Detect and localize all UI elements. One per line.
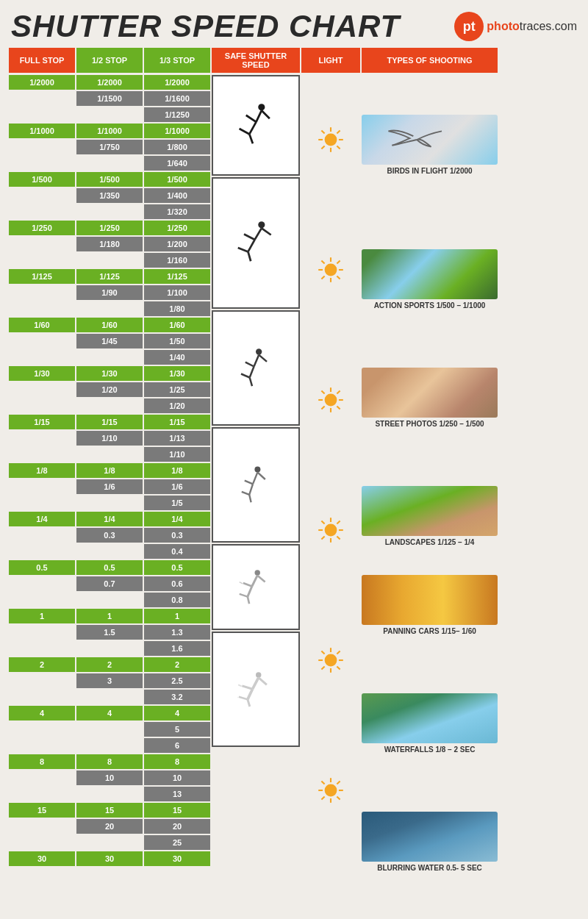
svg-line-35 <box>257 575 265 582</box>
speed-cell: 1/180 <box>76 237 143 251</box>
speed-cell: 1/25 <box>144 382 210 397</box>
speed-cell: 1/80 <box>144 301 210 316</box>
col-header-types: TYPES OF SHOOTING <box>362 48 498 73</box>
speed-cell: 3 <box>76 673 143 688</box>
speed-cell-empty <box>76 496 143 510</box>
speed-cell: 1/125 <box>9 269 75 284</box>
speed-cell: 1/250 <box>76 221 143 235</box>
svg-point-90 <box>325 784 337 796</box>
speed-cell: 1/125 <box>144 269 210 284</box>
speed-cell: 1 <box>144 609 210 623</box>
svg-line-29 <box>252 575 257 586</box>
svg-line-19 <box>250 377 252 386</box>
speed-cell-empty <box>9 528 75 543</box>
speed-cell-empty <box>9 787 75 801</box>
svg-line-95 <box>321 781 324 784</box>
speed-cell: 15 <box>76 803 143 818</box>
speed-cell: 10 <box>76 770 143 785</box>
col-header-third-stop: 1/3 STOP <box>144 48 210 73</box>
speed-cell-empty <box>9 156 75 171</box>
svg-line-38 <box>242 685 252 688</box>
speed-cell: 30 <box>76 851 143 866</box>
speed-cell: 1.6 <box>144 641 210 656</box>
photo-blurwater-label: BLURRING WATER 0.5- 5 sec <box>377 864 482 873</box>
safe-box-blurwater <box>212 632 300 747</box>
speed-cell: 1.3 <box>144 625 210 640</box>
speed-cell-empty <box>9 431 75 446</box>
speed-cell: 1/250 <box>144 221 210 235</box>
speed-cell-empty <box>76 835 143 850</box>
speed-cell: 3.2 <box>144 690 210 704</box>
svg-point-81 <box>325 654 337 666</box>
speed-cell-empty <box>9 641 75 656</box>
svg-line-80 <box>321 536 324 539</box>
speed-cell: 1/2000 <box>76 75 143 90</box>
speed-cell: 1/320 <box>144 204 210 219</box>
svg-line-8 <box>254 228 261 240</box>
speed-cell: 1/60 <box>144 318 210 332</box>
sun-icon-1 <box>315 124 346 155</box>
photo-street: STREET PHOTOS 1/250 – 1/500 <box>362 313 498 429</box>
speed-cell-empty <box>9 382 75 397</box>
speed-cell-empty <box>9 625 75 640</box>
svg-point-0 <box>258 104 265 110</box>
svg-point-28 <box>255 570 260 575</box>
speed-cell-empty <box>76 447 143 462</box>
speed-cell: 1/160 <box>144 253 210 268</box>
svg-line-15 <box>254 354 259 366</box>
half-stop-column: 1/2000 1/1500 1/1000 1/750 1/500 1/350 1… <box>76 75 143 919</box>
logo: pt phototraces.com <box>454 12 577 41</box>
svg-line-17 <box>250 366 254 377</box>
speed-cell: 1/20 <box>76 382 143 397</box>
speed-cell: 4 <box>9 706 75 720</box>
speed-cell-empty <box>9 479 75 494</box>
svg-point-7 <box>258 221 265 228</box>
speed-cell: 0.5 <box>9 560 75 575</box>
svg-line-70 <box>337 390 340 393</box>
speed-cell: 1/350 <box>76 188 143 203</box>
speed-cell: 4 <box>76 706 143 720</box>
speed-cell: 1/4 <box>9 512 75 526</box>
svg-line-26 <box>249 494 251 501</box>
logo-text: phototraces.com <box>487 20 577 33</box>
speed-cell: 1/50 <box>144 334 210 348</box>
photo-panning: PANNING CARS 1/15– 1/60 <box>362 550 498 636</box>
photo-blurwater: BLURRING WATER 0.5- 5 sec <box>362 757 498 873</box>
svg-line-61 <box>337 260 340 263</box>
photo-birds-img <box>362 115 498 165</box>
svg-line-71 <box>321 406 324 409</box>
speed-cell: 20 <box>76 819 143 834</box>
photo-birds-label: BIRDS IN FLIGHT 1/2000 <box>387 167 472 176</box>
speed-cell-empty <box>9 301 75 316</box>
speed-cell-empty <box>9 690 75 704</box>
svg-line-20 <box>259 354 267 361</box>
svg-line-5 <box>249 134 253 143</box>
svg-line-78 <box>337 536 340 539</box>
sun-icon-4 <box>315 515 346 546</box>
speed-cell-empty <box>9 673 75 688</box>
svg-line-69 <box>337 406 340 409</box>
speed-cell-empty <box>76 156 143 171</box>
light-column <box>301 75 360 919</box>
svg-line-51 <box>337 146 340 149</box>
photo-fireworks: FIREWORKS 2-4 sec <box>362 876 498 919</box>
speed-cell-empty <box>76 204 143 219</box>
svg-line-39 <box>238 684 241 686</box>
svg-line-53 <box>321 146 324 149</box>
speed-cell: 2.5 <box>144 673 210 688</box>
safe-box-birds <box>212 75 300 176</box>
svg-line-22 <box>253 472 257 484</box>
svg-line-25 <box>242 491 249 494</box>
svg-line-32 <box>248 586 252 596</box>
speed-cell: 1/90 <box>76 285 143 300</box>
speed-cell-empty <box>76 544 143 559</box>
speed-cell-empty <box>9 576 75 591</box>
photo-waterfall-img <box>362 693 498 743</box>
col-header-full-stop: FULL STOP <box>9 48 75 73</box>
speed-cell-empty <box>9 253 75 268</box>
photo-sports-label: ACTION SPORTS 1/500 – 1/1000 <box>374 301 486 310</box>
header: SHUTTER SPEED CHART pt phototraces.com <box>0 0 588 48</box>
speed-cell: 1/500 <box>144 172 210 187</box>
speed-cell-empty <box>76 641 143 656</box>
light-sun-3 <box>301 335 360 464</box>
